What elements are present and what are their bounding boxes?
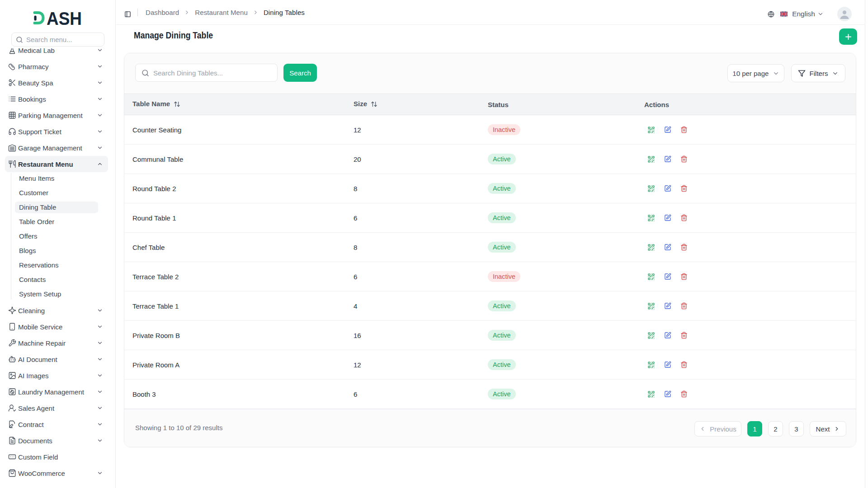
svg-text:ASH: ASH: [47, 8, 82, 29]
